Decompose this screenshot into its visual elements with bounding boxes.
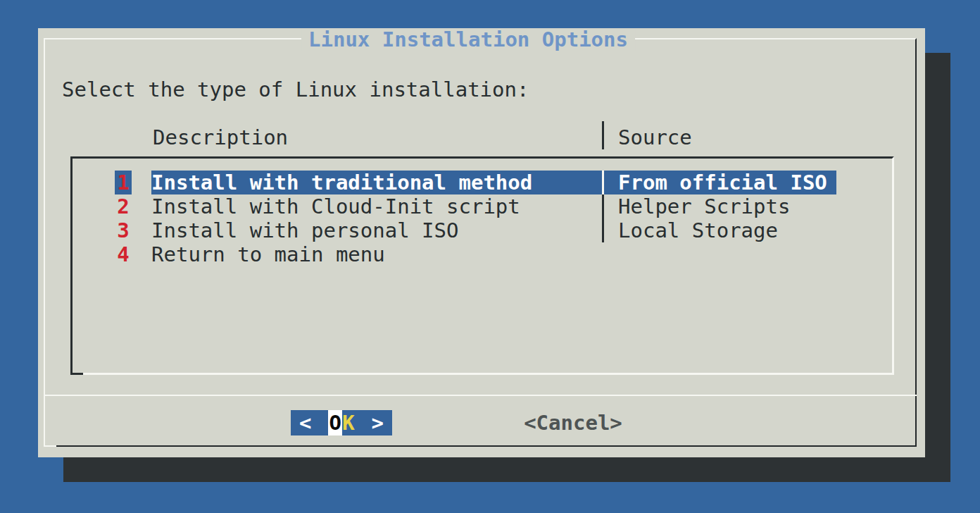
column-header-description: Description — [153, 125, 288, 149]
button-row-separator — [44, 395, 917, 396]
dialog-message: Select the type of Linux installation: — [62, 78, 529, 101]
menu-item-tag: 3 — [115, 218, 132, 242]
listbox-border-corner — [70, 373, 83, 375]
menu-item-source: Local Storage — [618, 218, 778, 242]
menu-item-description: Install with traditional method — [151, 171, 532, 194]
cancel-button[interactable]: <Cancel> — [522, 410, 624, 435]
menu-item-personal-iso[interactable]: 3 Install with personal ISO Local Storag… — [73, 218, 892, 242]
ok-left-bracket: < — [299, 410, 311, 435]
column-separator — [602, 171, 604, 194]
menu-item-source: Helper Scripts — [618, 194, 790, 218]
menu-item-description: Install with personal ISO — [151, 218, 459, 242]
ok-button[interactable]: < O K > — [291, 410, 392, 435]
menu-item-cloud-init[interactable]: 2 Install with Cloud-Init script Helper … — [73, 194, 892, 218]
menu-item-tag: 4 — [115, 242, 132, 266]
menu-item-description: Install with Cloud-Init script — [151, 194, 520, 218]
ok-cursor-char: O — [328, 410, 342, 435]
column-separator — [602, 218, 604, 242]
column-separator — [602, 194, 604, 218]
menu-item-return-main-menu[interactable]: 4 Return to main menu — [73, 242, 892, 266]
menu-item-source: From official ISO — [618, 171, 827, 194]
menu-item-tag: 1 — [115, 171, 132, 194]
ok-label: O K — [328, 410, 354, 435]
ok-after-cursor: K — [342, 410, 354, 435]
terminal-screen: Linux Installation Options Select the ty… — [0, 0, 980, 513]
installation-options-dialog: Linux Installation Options Select the ty… — [38, 28, 925, 457]
ok-right-bracket: > — [372, 410, 384, 435]
dialog-title: Linux Installation Options — [301, 29, 635, 51]
column-header-separator — [602, 121, 604, 149]
menu-item-traditional[interactable]: 1 Install with traditional method From o… — [73, 171, 892, 194]
column-header-source: Source — [618, 125, 692, 149]
dialog-border-corner — [44, 445, 56, 447]
menu-item-description: Return to main menu — [151, 242, 385, 266]
menu-listbox: 1 Install with traditional method From o… — [70, 156, 894, 375]
menu-item-tag: 2 — [115, 194, 132, 218]
